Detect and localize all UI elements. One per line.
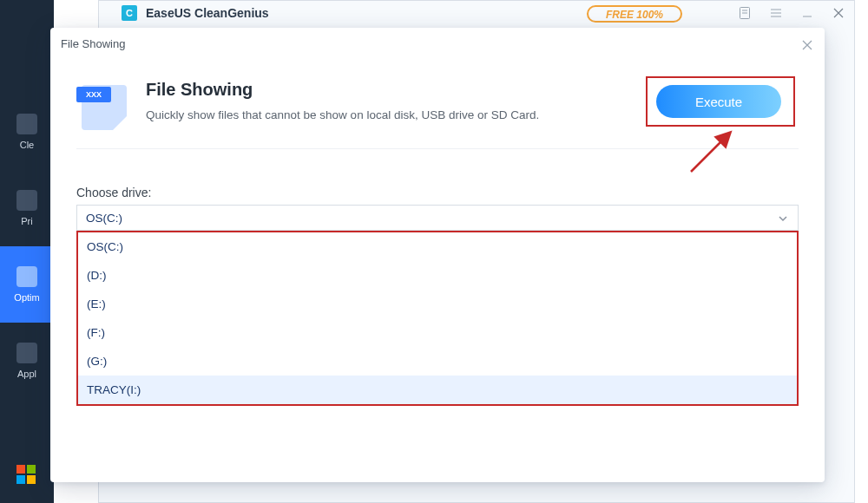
close-icon[interactable]: [823, 1, 854, 25]
drive-select-value: OS(C:): [86, 212, 122, 225]
app-title: EaseUS CleanGenius: [146, 6, 269, 20]
file-showing-dialog: File Showing XXX File Showing Quickly sh…: [50, 28, 825, 482]
execute-button[interactable]: Execute: [656, 85, 781, 118]
window-controls: [729, 1, 854, 25]
minimize-icon[interactable]: [792, 1, 823, 25]
sidebar-item-optimize[interactable]: Optim: [0, 246, 54, 323]
annotation-arrow-icon: [687, 128, 740, 175]
optimize-icon: [16, 266, 37, 287]
file-icon: XXX: [76, 80, 130, 134]
sidebar-item-label: Pri: [21, 216, 32, 226]
drive-option[interactable]: (D:): [78, 261, 797, 290]
cleaner-icon: [16, 114, 37, 134]
choose-drive-label: Choose drive:: [76, 186, 151, 199]
windows-icon: [16, 465, 36, 484]
app-logo: C: [122, 5, 137, 21]
sidebar-item-cleaner[interactable]: Cle: [0, 94, 54, 170]
sidebar-item-label: Optim: [14, 292, 39, 303]
drive-option[interactable]: (F:): [78, 318, 797, 347]
drive-option[interactable]: OS(C:): [78, 232, 797, 261]
chevron-down-icon: [777, 212, 789, 225]
free-badge[interactable]: FREE 100%: [587, 5, 682, 23]
privacy-icon: [16, 190, 37, 211]
drive-option[interactable]: TRACY(I:): [78, 376, 797, 404]
sidebar: Cle Pri Optim Appl: [0, 0, 54, 503]
sidebar-item-label: Appl: [17, 369, 36, 379]
drive-select[interactable]: OS(C:): [76, 205, 799, 231]
sidebar-item-privacy[interactable]: Pri: [0, 170, 54, 246]
applications-icon: [16, 343, 37, 363]
file-icon-badge: XXX: [76, 87, 111, 102]
dialog-title-small: File Showing: [61, 37, 125, 50]
drive-option[interactable]: (G:): [78, 347, 797, 376]
sidebar-item-label: Cle: [20, 140, 35, 150]
drive-dropdown: OS(C:) (D:) (E:) (F:) (G:) TRACY(I:): [76, 231, 799, 406]
dialog-heading: File Showing: [146, 80, 539, 100]
svg-line-1: [691, 134, 729, 172]
sidebar-item-applications[interactable]: Appl: [0, 323, 54, 399]
dialog-subheading: Quickly show files that cannot be show o…: [146, 108, 539, 121]
dialog-close-icon[interactable]: [799, 36, 816, 54]
help-icon[interactable]: [729, 1, 760, 25]
drive-option[interactable]: (E:): [78, 290, 797, 318]
menu-icon[interactable]: [760, 1, 792, 25]
